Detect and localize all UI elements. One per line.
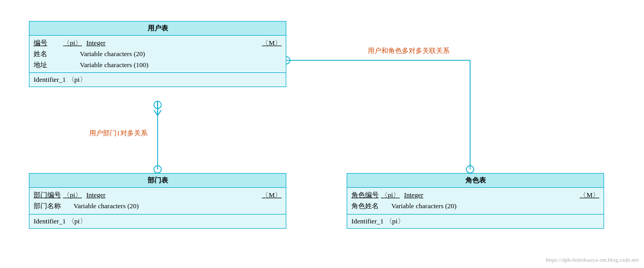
role-entity: 角色表 角色编号 〈pi〉 Integer 〈M〉 角色姓名 Variable … <box>347 173 604 229</box>
dept-field-name-type: Variable characters (20) <box>74 201 139 212</box>
dept-field-id: 部门编号 〈pi〉 Integer 〈M〉 <box>34 190 282 201</box>
role-field-name-label: 角色姓名 <box>351 201 379 212</box>
role-entity-body: 角色编号 〈pi〉 Integer 〈M〉 角色姓名 Variable char… <box>347 188 604 215</box>
user-field-addr-type: Variable characters (100) <box>80 60 149 71</box>
dept-field-id-tag: 〈pi〉 <box>63 190 82 201</box>
dept-entity-body: 部门编号 〈pi〉 Integer 〈M〉 部门名称 Variable char… <box>29 188 286 215</box>
user-field-id-tag: 〈pi〉 <box>63 38 82 49</box>
role-field-id-type: Integer <box>404 190 423 201</box>
dept-field-name-label: 部门名称 <box>34 201 61 212</box>
watermark: https://dpb-bobokaoya-sm.blog.csdn.net <box>546 256 639 263</box>
role-identifier: Identifier_1 〈pi〉 <box>351 217 404 225</box>
user-field-addr-label: 地址 <box>34 60 61 71</box>
role-field-name-type: Variable characters (20) <box>391 201 456 212</box>
user-field-id-m: 〈M〉 <box>262 38 282 49</box>
role-field-name: 角色姓名 Variable characters (20) <box>351 201 599 212</box>
dept-entity-header: 部门表 <box>29 174 286 188</box>
svg-line-3 <box>154 110 158 115</box>
dept-entity-footer: Identifier_1 〈pi〉 <box>29 215 286 228</box>
user-field-name: 姓名 Variable characters (20) <box>34 49 282 60</box>
user-dept-relation-label: 用户部门1对多关系 <box>89 128 148 138</box>
user-field-id-type: Integer <box>86 38 106 49</box>
svg-line-4 <box>158 110 161 115</box>
user-entity-body: 编号 〈pi〉 Integer 〈M〉 姓名 Variable characte… <box>29 36 286 73</box>
svg-point-9 <box>466 166 474 173</box>
user-role-relation-label: 用户和角色多对多关联关系 <box>368 46 450 56</box>
svg-point-2 <box>154 166 161 173</box>
user-entity-header: 用户表 <box>29 22 286 36</box>
role-field-id-m: 〈M〉 <box>579 190 599 201</box>
user-entity: 用户表 编号 〈pi〉 Integer 〈M〉 姓名 Variable char… <box>29 21 286 87</box>
role-field-id-tag: 〈pi〉 <box>381 190 400 201</box>
role-entity-header: 角色表 <box>347 174 604 188</box>
dept-entity: 部门表 部门编号 〈pi〉 Integer 〈M〉 部门名称 Variable … <box>29 173 286 229</box>
role-field-id-name: 角色编号 <box>351 190 379 201</box>
role-field-id: 角色编号 〈pi〉 Integer 〈M〉 <box>351 190 599 201</box>
role-entity-footer: Identifier_1 〈pi〉 <box>347 215 604 228</box>
dept-field-name: 部门名称 Variable characters (20) <box>34 201 282 212</box>
dept-field-id-m: 〈M〉 <box>262 190 282 201</box>
diagram-area: 用户表 编号 〈pi〉 Integer 〈M〉 姓名 Variable char… <box>0 0 644 268</box>
dept-field-id-type: Integer <box>86 190 106 201</box>
user-identifier: Identifier_1 〈pi〉 <box>34 76 87 83</box>
user-field-addr: 地址 Variable characters (100) <box>34 60 282 71</box>
dept-identifier: Identifier_1 〈pi〉 <box>34 217 87 225</box>
user-field-name-type: Variable characters (20) <box>80 49 145 60</box>
svg-point-1 <box>154 101 161 109</box>
dept-field-id-name: 部门编号 <box>34 190 61 201</box>
user-entity-footer: Identifier_1 〈pi〉 <box>29 73 286 87</box>
user-field-name-label: 姓名 <box>34 49 61 60</box>
user-field-id-name: 编号 <box>34 38 61 49</box>
user-field-id: 编号 〈pi〉 Integer 〈M〉 <box>34 38 282 49</box>
